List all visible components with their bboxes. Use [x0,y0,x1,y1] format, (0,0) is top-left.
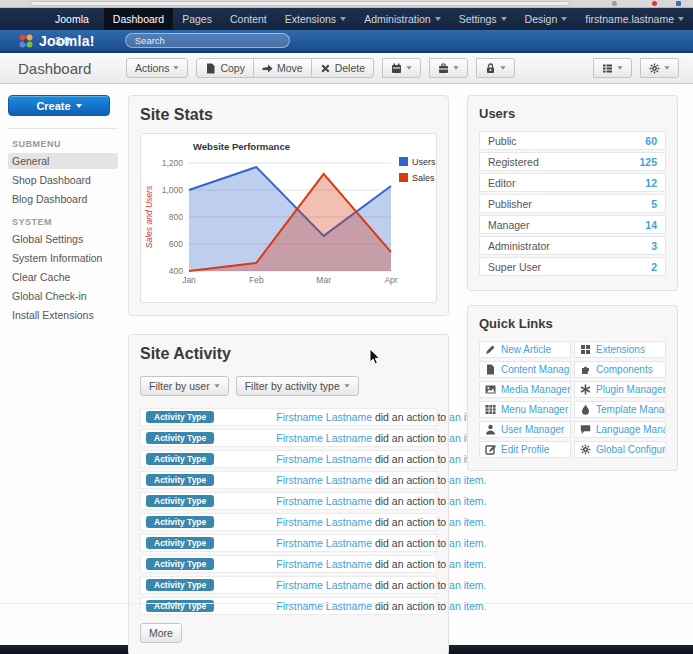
joomla-logo: Joomla! [18,33,95,49]
search-input[interactable] [125,33,290,48]
quick-links-grid: New ArticleExtensionsContent ManagerComp… [479,341,666,458]
quick-link-extensions[interactable]: Extensions [574,341,666,358]
user-group-count[interactable]: 12 [645,177,657,189]
activity-item-link[interactable]: an item. [449,495,486,507]
image-icon [485,384,496,395]
calendar-dropdown-button[interactable] [382,58,421,78]
nav-item-administration[interactable]: Administration [355,8,450,30]
user-icon [485,424,496,435]
activity-item-link[interactable]: an item. [449,558,486,570]
chevron-down-icon [344,384,349,387]
sidebar-item-general[interactable]: General [8,153,118,169]
nav-item-user-menu[interactable]: firstname.lastname [576,8,693,30]
activity-action-text: did an action to [375,432,446,444]
quick-link-label: Template Manager [596,404,666,415]
quick-link-global-configuration[interactable]: Global Configuration [574,441,666,458]
quick-link-menu-manager[interactable]: Menu Manager [479,401,571,418]
activity-action-text: did an action to [375,516,446,528]
nav-item-settings[interactable]: Settings [450,8,516,30]
user-group-row[interactable]: Publisher5 [479,194,666,213]
user-group-count[interactable]: 14 [645,219,657,231]
settings-dropdown-button[interactable] [640,58,679,78]
browser-extension-icon[interactable] [676,1,681,6]
users-panel-title: Users [479,106,666,121]
quick-link-user-manager[interactable]: User Manager [479,421,571,438]
activity-user-link[interactable]: Firstname Lastname [276,516,372,528]
sidebar-heading-system: SYSTEM [12,217,118,227]
activity-item-link[interactable]: an item. [449,474,486,486]
browser-address-bar[interactable] [30,1,570,6]
sidebar-item-install-extensions[interactable]: Install Extensions [8,307,118,323]
sidebar-item-clear-cache[interactable]: Clear Cache [8,269,118,285]
sidebar-item-blog-dashboard[interactable]: Blog Dashboard [8,191,118,207]
activity-user-link[interactable]: Firstname Lastname [276,579,372,591]
sidebar-item-shop-dashboard[interactable]: Shop Dashboard [8,172,118,188]
sidebar: Create SUBMENU General Shop Dashboard Bl… [8,95,118,326]
filter-by-activity-type-button[interactable]: Filter by activity type [236,376,359,396]
nav-item-extensions[interactable]: Extensions [276,8,355,30]
activity-item-link[interactable]: an item. [449,579,486,591]
user-group-row[interactable]: Public60 [479,131,666,150]
quick-link-new-article[interactable]: New Article [479,341,571,358]
sidebar-item-system-information[interactable]: System Information [8,250,118,266]
activity-user-link[interactable]: Firstname Lastname [276,474,372,486]
nav-item-design[interactable]: Design [516,8,577,30]
user-group-row[interactable]: Administrator3 [479,236,666,255]
user-group-label: Publisher [488,198,532,210]
browser-button-icon[interactable] [612,1,617,6]
user-group-count[interactable]: 125 [639,156,657,168]
nav-item-pages[interactable]: Pages [173,8,221,30]
quick-link-template-manager[interactable]: Template Manager [574,401,666,418]
quick-link-language-manager[interactable]: Language Manager [574,421,666,438]
divider [8,128,118,129]
briefcase-icon [438,63,449,74]
activity-user-link[interactable]: Firstname Lastname [276,453,372,465]
activity-user-link[interactable]: Firstname Lastname [276,411,372,423]
activity-user-link[interactable]: Firstname Lastname [276,537,372,549]
brand-joomla[interactable]: Joomla 3.0 [0,8,104,30]
filter-by-user-button[interactable]: Filter by user [140,376,229,396]
user-group-row[interactable]: Super User2 [479,257,666,276]
activity-type-badge: Activity Type [146,453,214,465]
briefcase-dropdown-button[interactable] [429,58,468,78]
delete-button[interactable]: Delete [311,58,374,78]
activity-item-link[interactable]: an item. [449,600,486,612]
user-group-count[interactable]: 5 [651,198,657,210]
sidebar-item-global-settings[interactable]: Global Settings [8,231,118,247]
quick-link-components[interactable]: Components [574,361,666,378]
delete-x-icon [320,63,331,74]
activity-user-link[interactable]: Firstname Lastname [276,432,372,444]
browser-chrome-strip [0,0,693,8]
nav-item-content[interactable]: Content [221,8,276,30]
more-button[interactable]: More [140,623,182,643]
user-group-row[interactable]: Manager14 [479,215,666,234]
copy-button[interactable]: Copy [196,58,254,78]
move-button[interactable]: Move [253,58,312,78]
quick-link-media-manager[interactable]: Media Manager [479,381,571,398]
create-button[interactable]: Create [8,95,110,116]
view-options-button[interactable] [593,58,632,78]
user-group-count[interactable]: 2 [651,261,657,273]
lock-dropdown-button[interactable] [476,58,515,78]
activity-item-link[interactable]: an item. [449,537,486,549]
quick-link-edit-profile[interactable]: Edit Profile [479,441,571,458]
sidebar-item-global-checkin[interactable]: Global Check-in [8,288,118,304]
user-group-row[interactable]: Registered125 [479,152,666,171]
browser-extension-icon[interactable] [652,1,657,6]
activity-user-link[interactable]: Firstname Lastname [276,600,372,612]
svg-text:Feb: Feb [249,275,264,285]
quick-link-plugin-manager[interactable]: Plugin Manager [574,381,666,398]
activity-user-link[interactable]: Firstname Lastname [276,558,372,570]
user-group-row[interactable]: Editor12 [479,173,666,192]
user-group-count[interactable]: 60 [645,135,657,147]
actions-dropdown-button[interactable]: Actions [126,58,188,78]
activity-user-link[interactable]: Firstname Lastname [276,495,372,507]
quick-link-content-manager[interactable]: Content Manager [479,361,571,378]
gear-icon [580,444,591,455]
nav-item-dashboard[interactable]: Dashboard [104,8,173,30]
svg-text:Sales and Users: Sales and Users [144,185,154,248]
activity-item-link[interactable]: an item. [449,516,486,528]
user-group-label: Registered [488,156,539,168]
activity-action-text: did an action to [375,474,446,486]
user-group-count[interactable]: 3 [651,240,657,252]
